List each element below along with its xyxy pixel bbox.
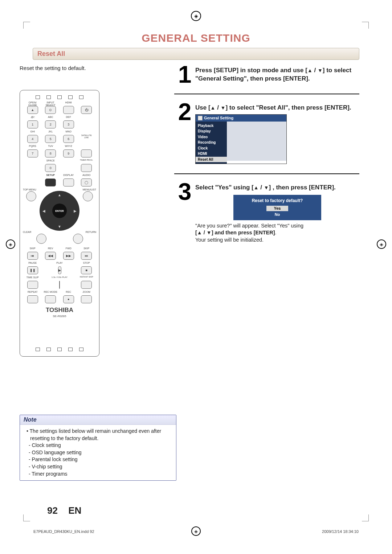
label-mno: MNO bbox=[61, 130, 76, 133]
right-arrow-icon: ▶ bbox=[74, 209, 77, 213]
up-arrow-icon: ▲ bbox=[211, 105, 216, 111]
display-button bbox=[63, 178, 74, 186]
label-blank bbox=[79, 145, 94, 148]
page-title: GENERAL SETTING bbox=[33, 32, 359, 44]
down-arrow-icon: ▼ bbox=[221, 105, 226, 111]
page-language: EN bbox=[68, 505, 81, 516]
label-hdmi: HDMI bbox=[61, 101, 76, 104]
label-satellite-link: SATELLITE LINK bbox=[79, 135, 94, 138]
up-arrow-icon: ▲ bbox=[254, 185, 259, 190]
label-clear: CLEAR bbox=[23, 231, 31, 233]
num-8-button: 8 bbox=[45, 149, 56, 157]
step-3-after-e: [ENTER] bbox=[254, 230, 275, 235]
model-number: SE-R0265 bbox=[53, 315, 66, 318]
note-item: - Parental lock setting bbox=[29, 456, 171, 463]
note-item: - OSD language setting bbox=[29, 449, 171, 456]
label-def: DEF bbox=[61, 116, 76, 119]
label-blank bbox=[79, 101, 94, 104]
setup-button bbox=[45, 178, 56, 186]
page-footer: 92 EN bbox=[47, 505, 81, 516]
label-blank bbox=[79, 116, 94, 119]
step-3-after-d: ] and then press bbox=[212, 230, 254, 235]
step-2: 2 Use [▲ / ▼] to select "Reset All", the… bbox=[174, 102, 359, 164]
crop-corner bbox=[362, 22, 369, 29]
down-arrow-icon: ▼ bbox=[264, 185, 269, 190]
step-2-text-c: ] to select "Reset All", then press [ENT… bbox=[225, 104, 351, 111]
enter-button: ENTER bbox=[52, 204, 67, 218]
skip-fwd-button: ⏭ bbox=[81, 252, 92, 260]
timer-prog-button bbox=[81, 164, 92, 172]
print-file-info: E7PEAUD_DR430KU_EN.indd 92 bbox=[33, 529, 94, 534]
step-divider bbox=[174, 94, 359, 94]
num-3-button: 3 bbox=[63, 120, 74, 128]
note-box: Note The settings listed below will rema… bbox=[20, 415, 176, 481]
label-skip-fwd: SKIP bbox=[79, 247, 94, 250]
num-0-button: 0 bbox=[45, 164, 56, 172]
label-rec: REC bbox=[61, 291, 76, 294]
step-3-text-b: / bbox=[259, 184, 264, 191]
label-blank bbox=[61, 164, 76, 167]
osd-menu-item: Clock bbox=[198, 145, 225, 151]
step-2-text-a: Use [ bbox=[195, 104, 211, 111]
confirm-no-option: No bbox=[266, 212, 288, 217]
intro-text: Reset the setting to default. bbox=[20, 65, 176, 71]
wrench-icon bbox=[198, 116, 203, 120]
remote-top-slots bbox=[36, 95, 83, 99]
osd-title-text: General Setting bbox=[204, 115, 233, 121]
label-play: PLAY bbox=[43, 262, 76, 264]
note-item: - V-chip setting bbox=[29, 463, 171, 471]
step-1-text-a: Press [SETUP] in stop mode and use [ bbox=[195, 67, 307, 74]
step-3: 3 Select "Yes" using [▲ / ▼] , then pres… bbox=[174, 182, 359, 244]
input-select-button: ⊙ bbox=[45, 106, 56, 114]
note-lead: The settings listed below will remain un… bbox=[30, 428, 171, 442]
print-timestamp: 2009/12/14 18:34:10 bbox=[322, 529, 359, 534]
label-fwd: FWD bbox=[61, 247, 76, 250]
down-arrow-icon: ▼ bbox=[318, 67, 323, 73]
play-button: ▶ bbox=[58, 266, 61, 274]
menu-list-button bbox=[83, 191, 93, 201]
power-button: ⏻ bbox=[81, 106, 92, 114]
fwd-button: ▶▶ bbox=[63, 252, 74, 260]
osd-menu-item-selected: Reset All bbox=[196, 157, 227, 163]
rev-button: ◀◀ bbox=[45, 252, 56, 260]
label-blank bbox=[25, 159, 40, 162]
step-number: 3 bbox=[174, 182, 195, 201]
crop-corner bbox=[23, 514, 30, 521]
label-blank bbox=[25, 164, 40, 167]
osd-general-setting: General Setting Playback Display Video R… bbox=[195, 114, 287, 164]
section-heading-reset-all: Reset All bbox=[33, 48, 359, 60]
osd-menu-item: HDMI bbox=[198, 151, 225, 157]
stop-button: ■ bbox=[81, 266, 92, 274]
label-instant-skip: INSTANT SKIP bbox=[79, 276, 94, 279]
label-pqrs: PQRS bbox=[25, 145, 40, 148]
registration-mark-bottom bbox=[191, 526, 201, 536]
label-pause: PAUSE bbox=[25, 262, 40, 264]
step-divider bbox=[174, 173, 359, 174]
osd-menu-item: Playback bbox=[198, 123, 225, 129]
num-4-button: 4 bbox=[27, 135, 38, 143]
step-3-text-c: ] , then press [ENTER]. bbox=[269, 184, 336, 191]
step-3-after-a: "Are you sure?" will appear. Select "Yes… bbox=[195, 223, 303, 229]
osd-menu-item: Display bbox=[198, 128, 225, 134]
time-slip-button bbox=[27, 281, 38, 289]
osd-confirm-dialog: Reset to factory default? Yes No bbox=[233, 195, 321, 220]
registration-mark-left bbox=[6, 239, 15, 249]
confirm-yes-option: Yes bbox=[266, 206, 288, 211]
skip-back-button: ⏮ bbox=[27, 252, 38, 260]
step-number: 1 bbox=[174, 65, 195, 84]
step-1: 1 Press [SETUP] in stop mode and use [▲ … bbox=[174, 65, 359, 84]
osd-menu-item: Recording bbox=[198, 140, 225, 145]
top-menu-button bbox=[26, 191, 36, 201]
speed-play-button bbox=[59, 281, 60, 289]
step-3-text-a: Select "Yes" using [ bbox=[195, 184, 254, 191]
clear-button bbox=[36, 234, 46, 244]
note-item: - Clock setting bbox=[29, 442, 171, 449]
label-jkl: JKL bbox=[43, 130, 58, 133]
label-audio: AUDIO bbox=[79, 174, 94, 177]
label-zoom: ZOOM bbox=[79, 291, 94, 294]
label-time-slip: TIME SLIP bbox=[25, 276, 40, 279]
confirm-title: Reset to factory default? bbox=[236, 198, 319, 204]
label-input-select: INPUT SELECT bbox=[43, 101, 58, 104]
left-arrow-icon: ◀ bbox=[42, 209, 45, 213]
hdmi-button bbox=[63, 106, 74, 114]
